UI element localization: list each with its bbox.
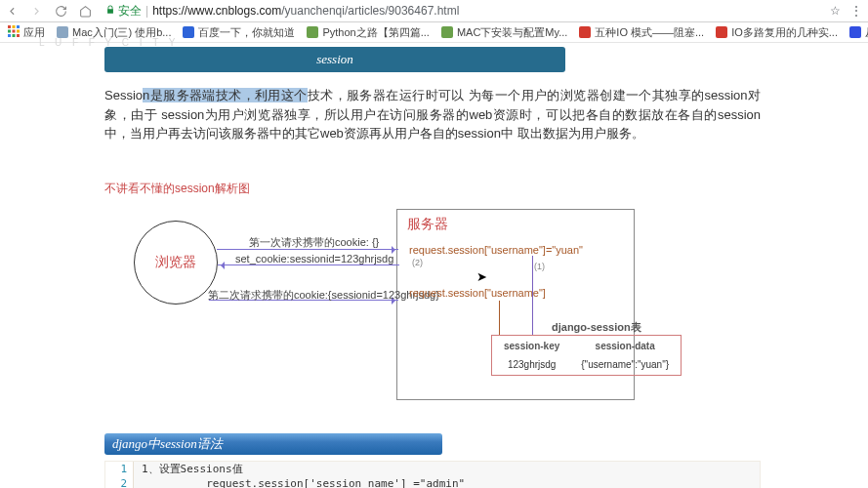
django-session-table: session-keysession-data 123ghrjsdg{"user…: [491, 335, 682, 376]
svg-rect-5: [17, 30, 20, 33]
vline-2: [532, 256, 533, 336]
nav-buttons: [6, 5, 92, 18]
forward-icon[interactable]: [30, 5, 43, 18]
label-sess-set: request.session["username"]="yuan": [409, 244, 583, 256]
label-step2: (2): [412, 258, 423, 267]
favicon-icon: [183, 26, 194, 38]
th-session-key: session-key: [494, 338, 569, 354]
code-line: request.session['session_name'] ="admin": [134, 476, 761, 489]
label-step1: (1): [534, 262, 545, 271]
reload-icon[interactable]: [55, 5, 67, 18]
code-line: 1、设置Sessions值: [134, 462, 761, 476]
favicon-icon: [307, 26, 318, 38]
svg-rect-8: [17, 34, 20, 37]
bookmark-label: 百度一下，你就知道: [198, 25, 295, 40]
server-label: 服务器: [397, 210, 634, 239]
browser-toolbar: 安全 | https://www.cnblogs.com/yuanchenqi/…: [0, 0, 868, 22]
article-content: session Session是服务器端技术，利用这个技术，服务器在运行时可以 …: [104, 47, 761, 488]
svg-rect-4: [13, 30, 16, 33]
secure-label: 安全: [118, 3, 142, 20]
lock-icon: [105, 4, 115, 18]
url-path: /yuanchenqi/articles/9036467.html: [281, 4, 459, 18]
favicon-icon: [579, 26, 591, 38]
label-second-cookie: 第二次请求携带的cookie:{sessionid=123ghrjsdg}: [208, 288, 439, 303]
bookmark-label: 五种IO 模式——阻塞...: [595, 25, 704, 40]
bookmark-item[interactable]: 从菜鸟到老鸟－－Ma...: [849, 25, 868, 40]
svg-rect-6: [8, 34, 11, 37]
bookmark-item[interactable]: MAC下安装与配置My...: [441, 25, 567, 40]
label-set-cookie: set_cookie:sessionid=123ghrjsdg: [235, 253, 393, 264]
diagram-note: 不讲看不懂的session解析图: [104, 181, 761, 197]
subsection-banner: django中session语法: [104, 433, 442, 455]
bookmark-item[interactable]: 百度一下，你就知道: [183, 25, 295, 40]
th-session-data: session-data: [571, 338, 679, 354]
ds-table-title: django-session表: [552, 320, 641, 335]
home-icon[interactable]: [79, 5, 92, 18]
favicon-icon: [441, 26, 453, 38]
section-banner: session: [104, 47, 565, 72]
td-session-data: {"username":"yuan"}: [571, 356, 679, 373]
bookmark-item[interactable]: 五种IO 模式——阻塞...: [579, 25, 704, 40]
url-scheme: https://: [152, 4, 187, 18]
url-host: www.cnblogs.com: [187, 4, 281, 18]
secure-badge: 安全: [105, 3, 142, 20]
url-text: https://www.cnblogs.com/yuanchenqi/artic…: [152, 4, 459, 18]
svg-rect-1: [13, 25, 16, 28]
vline-1: [499, 301, 500, 336]
intro-paragraph: Session是服务器端技术，利用这个技术，服务器在运行时可以 为每一个用户的浏…: [104, 86, 761, 143]
bookmark-label: IO多路复用的几种实...: [731, 25, 838, 40]
para-text: Sessio: [104, 88, 143, 102]
browser-label: 浏览器: [155, 254, 196, 271]
apps-icon: [8, 25, 20, 39]
menu-icon[interactable]: ⋮: [850, 4, 862, 18]
favicon-icon: [849, 26, 861, 38]
svg-rect-3: [8, 30, 11, 33]
favicon-icon: [716, 26, 727, 38]
omnibox[interactable]: 安全 | https://www.cnblogs.com/yuanchenqi/…: [105, 3, 810, 20]
bookmark-label: Python之路【第四篇...: [322, 25, 429, 40]
svg-rect-0: [8, 25, 11, 28]
line-number: 1: [105, 462, 134, 476]
td-session-key: 123ghrjsdg: [494, 356, 569, 373]
arrow-setcookie: [218, 264, 399, 265]
back-icon[interactable]: [6, 5, 19, 18]
svg-rect-2: [17, 25, 20, 28]
bookmark-label: MAC下安装与配置My...: [457, 25, 567, 40]
para-highlight: n是服务器端技术，利用这个: [143, 88, 308, 102]
bookmark-item[interactable]: Python之路【第四篇...: [307, 25, 429, 40]
session-diagram: 浏览器 服务器 第一次请求携带的cookie: {} set_cookie:se…: [104, 207, 761, 408]
line-number: 2: [105, 476, 134, 489]
code-block: 11、设置Sessions值 2 request.session['sessio…: [104, 461, 761, 489]
label-sess-get: request.session["username"]: [409, 287, 546, 299]
browser-node: 浏览器: [134, 221, 218, 305]
bookmark-star-icon[interactable]: ☆: [830, 4, 841, 18]
label-first-cookie: 第一次请求携带的cookie: {}: [249, 235, 379, 250]
bookmark-item[interactable]: IO多路复用的几种实...: [716, 25, 838, 40]
svg-rect-7: [13, 34, 16, 37]
